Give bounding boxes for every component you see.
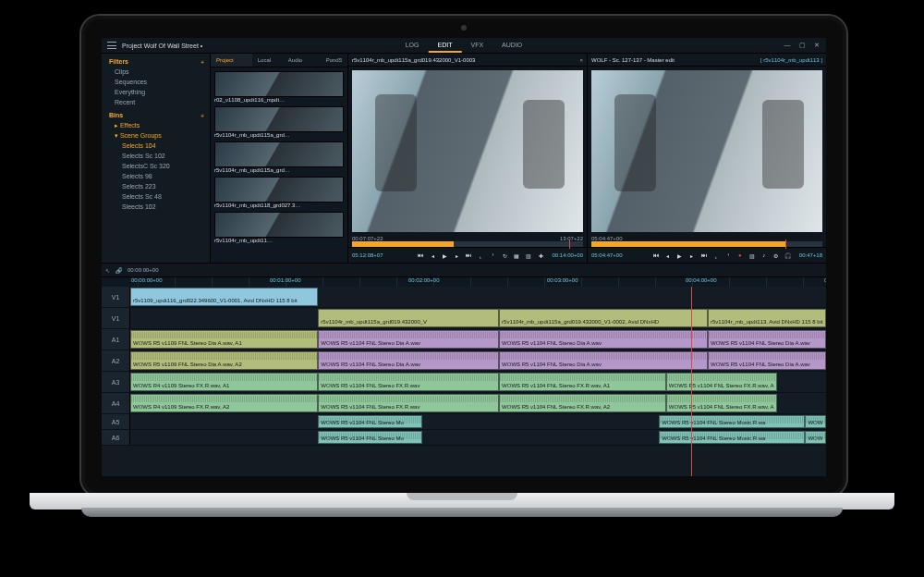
track-lane[interactable]: r5v1104r_mb_updt115a_grd019.432000_Vr5v1… bbox=[130, 308, 826, 328]
filter-item[interactable]: Everything bbox=[109, 87, 204, 97]
timeline-clip[interactable]: WOWS R5 v1104 FNL Stereo Mu bbox=[318, 431, 422, 444]
time-ruler[interactable]: 00:00:00+0000:01:00+0000:02:00+0000:03:0… bbox=[102, 277, 826, 287]
loop-button[interactable]: ↻ bbox=[500, 251, 509, 260]
track-header[interactable]: A5 bbox=[102, 414, 130, 429]
source-frame[interactable] bbox=[352, 70, 583, 232]
effects-bin[interactable]: Effects bbox=[120, 122, 140, 129]
window-minimize-button[interactable]: — bbox=[784, 42, 791, 49]
playhead[interactable] bbox=[691, 287, 692, 476]
track-lane[interactable]: WOWS R4 v1109 Stereo FX.R.wav, A2WOWS R5… bbox=[130, 393, 826, 413]
timeline-clip[interactable]: WOWS R5 v1104 FNL Stereo Dia A.wav bbox=[499, 330, 708, 349]
browser-tab[interactable]: Audio Network bbox=[283, 54, 321, 67]
clip-thumbnail[interactable]: r5v1104r_mb_updt11… bbox=[214, 212, 344, 243]
track-header[interactable]: A6 bbox=[102, 430, 130, 445]
bin-item[interactable]: Selects 104 bbox=[109, 141, 204, 151]
timeline-clip[interactable]: WOWS R5 v1104 FNL Stereo FX.R.wav, A2 bbox=[499, 394, 666, 412]
timeline-clip[interactable]: WOWS R5 v1104 FNL Stereo Dia A.wav bbox=[708, 351, 826, 370]
browser-tab[interactable]: Project Contents bbox=[211, 54, 252, 67]
tools-button[interactable]: ⚙ bbox=[772, 251, 781, 260]
clip-thumbnail[interactable]: r5v1104r_mb_updt115a_grd… bbox=[214, 106, 344, 138]
timeline-clip[interactable]: WOWS R4 v1109 Stereo FX.R.wav, A2 bbox=[130, 394, 318, 412]
clip-thumbnail[interactable]: r02_v1108_updt116_mpdt… bbox=[214, 71, 344, 103]
next-edit-button[interactable]: ⏭ bbox=[464, 251, 473, 260]
play-button[interactable]: ▶ bbox=[675, 251, 685, 260]
mode-tab-edit[interactable]: EDIT bbox=[429, 38, 462, 53]
browser-tab[interactable]: Pond5 bbox=[321, 54, 347, 67]
step-back-button[interactable]: ◂ bbox=[663, 251, 673, 260]
timeline-clip[interactable]: r5v1109_updt116_grd022.349600_V1-0001, A… bbox=[130, 288, 318, 306]
track-header[interactable]: A3 bbox=[102, 372, 130, 392]
bin-item[interactable]: Selects Sc 102 bbox=[109, 151, 204, 161]
add-bin-icon[interactable]: + bbox=[201, 113, 204, 119]
grid-button[interactable]: ▥ bbox=[748, 251, 757, 260]
scene-groups-bin[interactable]: Scene Groups bbox=[120, 132, 162, 139]
timeline-clip[interactable]: WOWS R5 v1109 FNL Stereo Dia A.wav, A2 bbox=[130, 351, 318, 370]
next-edit-button[interactable]: ⏭ bbox=[699, 251, 709, 260]
mark-in-button[interactable]: ⸤ bbox=[711, 251, 721, 260]
record-button[interactable]: ● bbox=[736, 251, 745, 260]
mark-out-button[interactable]: ⸣ bbox=[488, 251, 497, 260]
bin-item[interactable]: Sleects 102 bbox=[109, 202, 204, 212]
link-icon[interactable]: 🔗 bbox=[116, 267, 122, 274]
track-header[interactable]: V1 bbox=[102, 287, 130, 307]
timeline-clip[interactable]: WOWS R5 v1104 FNL Stereo Dia A.wav bbox=[708, 330, 826, 349]
timeline-clip[interactable]: WOWS R5 v1104 FNL Stereo Dia A.wav bbox=[318, 330, 499, 349]
timeline-clip[interactable]: r5v1104r_mb_updt115a_grd019.432000_V bbox=[318, 309, 499, 327]
track-header[interactable]: A2 bbox=[102, 350, 130, 371]
timeline-clip[interactable]: WOW bbox=[805, 431, 826, 444]
bin-item[interactable]: Selects 223 bbox=[109, 181, 204, 191]
step-fwd-button[interactable]: ▸ bbox=[687, 251, 697, 260]
bin-item[interactable]: Selects 98 bbox=[109, 171, 204, 181]
mark-out-button[interactable]: ⸣ bbox=[723, 251, 733, 260]
cursor-icon[interactable]: ↖ bbox=[105, 267, 110, 274]
close-source-button[interactable]: × bbox=[579, 57, 583, 63]
timeline-clip[interactable]: WOW bbox=[805, 415, 826, 428]
timeline-clip[interactable]: WOWS R5 v1104 FNL Stereo FX.R.wav, A bbox=[666, 373, 777, 391]
timeline-clip[interactable]: WOWS R5 v1104 FNL Stereo Music.R.wa bbox=[659, 431, 805, 444]
hamburger-icon[interactable] bbox=[107, 42, 116, 49]
timeline-clip[interactable]: WOWS R5 v1109 FNL Stereo Dia A.wav, A1 bbox=[130, 330, 318, 349]
mode-tab-log[interactable]: LOG bbox=[396, 38, 429, 53]
timeline-clip[interactable]: WOWS R5 v1104 FNL Stereo FX.R.wav bbox=[318, 394, 499, 412]
timeline-clip[interactable]: WOWS R5 v1104 FNL Stereo Dia A.wav bbox=[318, 351, 499, 370]
bin-item[interactable]: SelectsC Sc 320 bbox=[109, 161, 204, 171]
prev-edit-button[interactable]: ⏮ bbox=[416, 251, 425, 260]
timeline-clip[interactable]: WOWS R5 v1104 FNL Stereo FX.R.wav, A bbox=[666, 394, 777, 412]
timeline-clip[interactable]: WOWS R5 v1104 FNL Stereo FX.R.wav, A1 bbox=[499, 373, 666, 391]
mark-in-button[interactable]: ⸤ bbox=[476, 251, 485, 260]
timeline-clip[interactable]: r5v1104r_mb_updt113, Avid DNxHD 115 8 bi… bbox=[708, 309, 826, 327]
mode-tab-audio[interactable]: AUDIO bbox=[492, 38, 531, 53]
clip-thumbnail[interactable]: r5v1104r_mb_updt118_grd027.3… bbox=[214, 177, 344, 208]
record-frame[interactable] bbox=[591, 70, 822, 232]
filter-item[interactable]: Sequences bbox=[109, 77, 204, 87]
add-marker-button[interactable]: ✚ bbox=[536, 251, 545, 260]
timeline-clip[interactable]: WOWS R4 v1109 Stereo FX.R.wav, A1 bbox=[130, 373, 318, 391]
timeline-clip[interactable]: WOWS R5 v1104 FNL Stereo Music.R.wa bbox=[659, 415, 805, 428]
track-header[interactable]: A4 bbox=[102, 393, 130, 413]
track-lane[interactable]: WOWS R5 v1104 FNL Stereo MuWOWS R5 v1104… bbox=[130, 414, 826, 429]
safe-button[interactable]: ▦ bbox=[512, 251, 521, 260]
add-filter-icon[interactable]: + bbox=[201, 59, 204, 66]
mode-tab-vfx[interactable]: VFX bbox=[461, 38, 492, 53]
bin-item[interactable]: Selects Sc 48 bbox=[109, 191, 204, 202]
audio-button[interactable]: ♪ bbox=[760, 251, 769, 260]
track-header[interactable]: A1 bbox=[102, 329, 130, 350]
play-button[interactable]: ▶ bbox=[440, 251, 449, 260]
track-lane[interactable]: WOWS R5 v1109 FNL Stereo Dia A.wav, A2WO… bbox=[130, 350, 826, 371]
grid-button[interactable]: ▥ bbox=[524, 251, 533, 260]
track-lane[interactable]: WOWS R5 v1109 FNL Stereo Dia A.wav, A1WO… bbox=[130, 329, 826, 350]
step-back-button[interactable]: ◂ bbox=[428, 251, 437, 260]
track-lane[interactable]: r5v1109_updt116_grd022.349600_V1-0001, A… bbox=[130, 287, 826, 307]
headphones-button[interactable]: 🎧 bbox=[784, 251, 793, 260]
timeline-clip[interactable]: WOWS R5 v1104 FNL Stereo FX.R.wav bbox=[318, 373, 499, 391]
window-maximize-button[interactable]: ▢ bbox=[798, 42, 806, 49]
filter-item[interactable]: Recent bbox=[109, 97, 204, 107]
source-scrubber[interactable] bbox=[352, 241, 583, 247]
filter-item[interactable]: Clips bbox=[109, 67, 204, 77]
window-close-button[interactable]: ✕ bbox=[813, 42, 821, 49]
track-lane[interactable]: WOWS R5 v1104 FNL Stereo MuWOWS R5 v1104… bbox=[130, 430, 826, 445]
timeline-clip[interactable]: r5v1104r_mb_updt115a_grd019.432000_V1-00… bbox=[499, 309, 708, 327]
track-lane[interactable]: WOWS R4 v1109 Stereo FX.R.wav, A1WOWS R5… bbox=[130, 372, 826, 392]
step-fwd-button[interactable]: ▸ bbox=[452, 251, 461, 260]
record-scrubber[interactable] bbox=[591, 241, 822, 247]
